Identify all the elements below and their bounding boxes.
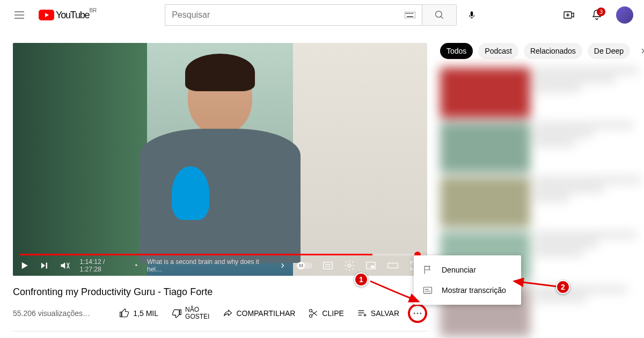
svg-point-11 xyxy=(297,262,305,269)
notification-count: 3 xyxy=(597,8,605,16)
svg-point-21 xyxy=(420,313,421,314)
svg-rect-12 xyxy=(324,262,333,269)
playlist-add-icon xyxy=(357,308,368,319)
menu-item-report[interactable]: Denunciar xyxy=(414,260,521,280)
share-button[interactable]: COMPARTILHAR xyxy=(218,305,299,322)
svg-point-20 xyxy=(417,313,419,314)
content: 1:14:12 / 1:27:28 • What is a second bra… xyxy=(0,30,644,338)
account-button[interactable] xyxy=(614,4,635,26)
svg-rect-2 xyxy=(407,13,408,14)
miniplayer-icon[interactable] xyxy=(365,260,377,271)
hamburger-icon xyxy=(13,9,26,21)
keyboard-icon[interactable] xyxy=(405,12,415,18)
voice-search-button[interactable] xyxy=(461,4,482,26)
svg-point-17 xyxy=(310,310,312,312)
youtube-logo[interactable]: YouTube BR xyxy=(39,10,89,21)
video-meta-row: 55.206 visualizações… 1,5 MIL NÃO GOSTEI… xyxy=(13,303,427,332)
next-icon[interactable] xyxy=(39,260,49,271)
svg-rect-5 xyxy=(412,13,413,14)
theater-icon[interactable] xyxy=(386,260,399,271)
save-button[interactable]: SALVAR xyxy=(353,305,404,322)
search-box[interactable] xyxy=(165,4,422,26)
list-item[interactable] xyxy=(440,68,644,118)
player-time: 1:14:12 / 1:27:28 xyxy=(80,258,126,273)
avatar xyxy=(616,6,633,24)
more-actions-button[interactable] xyxy=(408,304,427,323)
transcript-icon xyxy=(422,285,433,296)
create-icon xyxy=(562,9,575,21)
svg-rect-1 xyxy=(406,13,407,14)
menu-item-transcript[interactable]: Mostrar transcrição xyxy=(414,280,521,300)
chip-all[interactable]: Todos xyxy=(440,43,473,59)
create-button[interactable] xyxy=(558,4,580,26)
like-button[interactable]: 1,5 MIL xyxy=(115,305,163,322)
header-left: YouTube BR xyxy=(9,4,89,26)
youtube-play-icon xyxy=(39,10,54,20)
header: YouTube BR 3 xyxy=(0,0,644,30)
chip-podcast[interactable]: Podcast xyxy=(478,43,518,59)
clip-button[interactable]: CLIPE xyxy=(304,305,348,322)
list-item[interactable] xyxy=(440,122,644,173)
filter-chips: Todos Podcast Relacionados De Deep xyxy=(440,43,644,59)
svg-rect-8 xyxy=(471,11,473,16)
svg-point-13 xyxy=(348,264,351,267)
youtube-logo-text: YouTube xyxy=(56,10,89,21)
video-frame xyxy=(13,43,427,276)
list-item[interactable] xyxy=(440,177,644,227)
svg-point-7 xyxy=(435,11,442,18)
autoplay-toggle-icon[interactable] xyxy=(296,261,312,270)
primary-column: 1:14:12 / 1:27:28 • What is a second bra… xyxy=(13,43,427,338)
like-count: 1,5 MIL xyxy=(133,309,158,318)
svg-point-19 xyxy=(414,313,415,314)
mute-icon[interactable] xyxy=(59,260,70,271)
chevron-right-icon[interactable] xyxy=(279,261,287,270)
video-player[interactable]: 1:14:12 / 1:27:28 • What is a second bra… xyxy=(13,43,427,276)
chevron-right-icon xyxy=(639,47,644,55)
video-title: Confronting my Productivity Guru - Tiago… xyxy=(13,286,427,298)
svg-rect-3 xyxy=(409,13,410,14)
captions-icon[interactable] xyxy=(322,260,334,271)
player-controls: 1:14:12 / 1:27:28 • What is a second bra… xyxy=(13,255,427,276)
chip-from-channel[interactable]: De Deep xyxy=(588,43,630,59)
header-center xyxy=(165,4,482,26)
share-icon xyxy=(222,308,233,319)
svg-rect-0 xyxy=(405,12,415,18)
svg-rect-22 xyxy=(424,287,432,293)
annotation-badge-1: 1 xyxy=(354,273,368,286)
svg-rect-16 xyxy=(388,263,398,268)
notifications-button[interactable]: 3 xyxy=(586,4,608,26)
more-horizontal-icon xyxy=(412,308,423,319)
thumbs-down-icon xyxy=(171,308,182,319)
scissors-icon xyxy=(308,308,319,319)
svg-rect-15 xyxy=(371,266,374,268)
search-input[interactable] xyxy=(172,10,405,20)
flag-icon xyxy=(422,264,433,275)
view-count: 55.206 visualizações… xyxy=(13,309,90,318)
header-right: 3 xyxy=(558,4,635,26)
play-icon[interactable] xyxy=(19,260,30,271)
svg-point-18 xyxy=(310,315,312,318)
chapter-title[interactable]: What is a second brain and why does it h… xyxy=(147,258,269,273)
thumbs-up-icon xyxy=(119,308,130,319)
chip-related[interactable]: Relacionados xyxy=(524,43,582,59)
hamburger-menu-button[interactable] xyxy=(9,4,30,26)
action-row: 1,5 MIL NÃO GOSTEI COMPARTILHAR CLIPE xyxy=(115,303,427,324)
svg-rect-6 xyxy=(407,16,413,17)
more-actions-menu: Denunciar Mostrar transcrição xyxy=(414,255,521,305)
dislike-button[interactable]: NÃO GOSTEI xyxy=(167,303,214,324)
search-button[interactable] xyxy=(422,4,457,26)
locale-badge: BR xyxy=(89,8,97,13)
search-icon xyxy=(434,10,445,20)
chips-scroll-right[interactable] xyxy=(635,43,644,58)
microphone-icon xyxy=(467,10,477,20)
annotation-badge-2: 2 xyxy=(556,280,570,294)
settings-icon[interactable] xyxy=(343,260,355,271)
svg-rect-4 xyxy=(411,13,412,14)
